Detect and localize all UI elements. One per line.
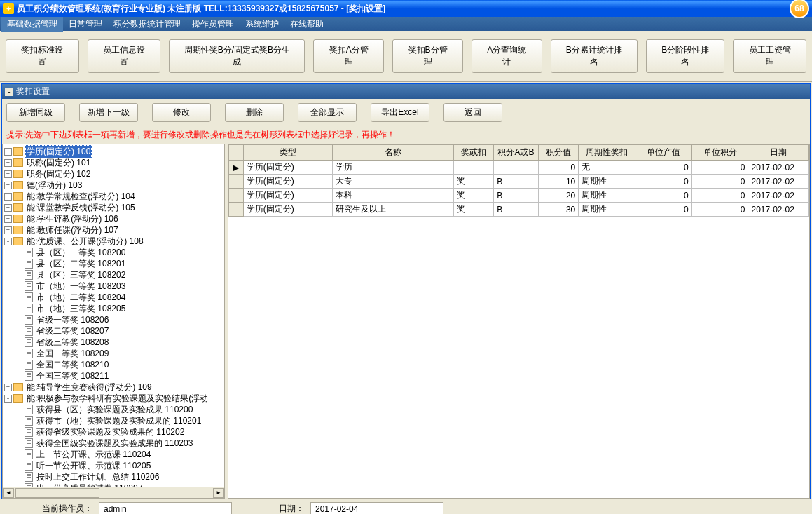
badge-count: 68: [790, 0, 809, 18]
status-date: 2017-02-04: [310, 502, 443, 515]
tree-node[interactable]: +德(浮动分) 103: [4, 180, 223, 191]
btn-periodic-gen[interactable]: 周期性奖B分/固定式奖B分生成: [169, 39, 305, 73]
expander-icon[interactable]: +: [4, 182, 12, 189]
tree-node[interactable]: -能:优质课、公开课(浮动分) 108: [4, 236, 223, 247]
btn-employee-info[interactable]: 员工信息设置: [88, 39, 161, 73]
menu-help[interactable]: 在线帮助: [284, 17, 329, 32]
scroll-left-icon[interactable]: ◄: [3, 488, 14, 498]
expander-icon[interactable]: +: [4, 148, 12, 156]
tree-node[interactable]: 县（区）二等奖 108201: [4, 258, 223, 269]
tree-node[interactable]: 获得全国级实验课题及实验成果的 110203: [4, 438, 223, 449]
btn-a-query[interactable]: A分查询统计: [472, 39, 542, 73]
expander-icon[interactable]: +: [4, 204, 12, 212]
expander-icon[interactable]: -: [4, 395, 12, 403]
col-jok[interactable]: 奖或扣: [453, 145, 494, 161]
tree-node[interactable]: 县（区）一等奖 108200: [4, 247, 223, 258]
btn-salary[interactable]: 员工工资管理: [733, 39, 806, 73]
minimize-icon[interactable]: -: [5, 88, 13, 96]
cell-period: 周期性: [579, 175, 635, 189]
tree-node[interactable]: 获得省级实验课题及实验成果的 110202: [4, 426, 223, 438]
statusbar: 当前操作员： admin 日期： 2017-02-04: [0, 501, 812, 514]
tree-node[interactable]: 全国二等奖 108210: [4, 359, 223, 370]
btn-show-all[interactable]: 全部显示: [298, 103, 357, 122]
menu-basic-data[interactable]: 基础数据管理: [1, 17, 63, 32]
tree-node[interactable]: -能:积极参与教学科研有实验课题及实验结果(浮动: [4, 393, 223, 404]
row-marker: [229, 175, 244, 189]
btn-edit[interactable]: 修改: [152, 103, 211, 122]
btn-export-excel[interactable]: 导出Excel: [371, 103, 429, 122]
tree-node[interactable]: 县（区）三等奖 108202: [4, 269, 223, 280]
tree-hscrollbar[interactable]: ◄ ►: [3, 487, 224, 498]
document-icon: [25, 472, 33, 482]
col-ab[interactable]: 积分A或B: [494, 145, 538, 161]
btn-delete[interactable]: 删除: [225, 103, 284, 122]
btn-b-score[interactable]: 奖扣B分管理: [392, 39, 463, 73]
tree-node[interactable]: 省级三等奖 108208: [4, 337, 223, 348]
tree-label: 听一节公开课、示范课 110205: [35, 460, 152, 472]
expander-icon[interactable]: +: [4, 159, 12, 167]
tree-node[interactable]: +职务(固定分) 102: [4, 168, 223, 180]
folder-icon: [13, 158, 23, 167]
btn-return[interactable]: 返回: [443, 103, 502, 122]
btn-b-rank[interactable]: B分累计统计排名: [551, 39, 638, 73]
btn-add-sibling[interactable]: 新增同级: [6, 103, 65, 122]
expander-icon[interactable]: +: [4, 226, 12, 234]
table-row[interactable]: ▶学历(固定分)学历0无002017-02-02: [229, 161, 809, 175]
expander-icon[interactable]: -: [4, 238, 12, 245]
tree-label: 省级二等奖 108207: [35, 325, 110, 337]
col-type[interactable]: 类型: [243, 145, 332, 161]
document-icon: [25, 259, 33, 269]
col-name[interactable]: 名称: [332, 145, 453, 161]
menu-operator[interactable]: 操作员管理: [186, 17, 240, 32]
child-window-header: - 奖扣设置: [2, 84, 810, 99]
tree-node[interactable]: +能:教师任课(浮动分) 107: [4, 224, 223, 236]
menu-daily[interactable]: 日常管理: [63, 17, 108, 32]
expander-icon[interactable]: +: [4, 384, 12, 391]
expander-icon[interactable]: +: [4, 215, 12, 223]
tree-node[interactable]: 市（地）三等奖 108205: [4, 303, 223, 314]
expander-icon[interactable]: +: [4, 193, 12, 201]
tree-node[interactable]: +能:课堂教学反馈(浮动分) 105: [4, 202, 223, 213]
table-row[interactable]: 学历(固定分)大专奖B10周期性002017-02-02: [229, 175, 809, 189]
folder-icon: [13, 181, 23, 189]
document-icon: [25, 349, 33, 358]
tree-node[interactable]: +学历(固定分) 100: [4, 146, 223, 157]
col-val[interactable]: 积分值: [538, 145, 579, 161]
menu-stats[interactable]: 积分数据统计管理: [108, 17, 186, 32]
tree-node[interactable]: 听一节公开课、示范课 110205: [4, 460, 223, 471]
tree-node[interactable]: 市（地）一等奖 108203: [4, 280, 223, 292]
btn-add-child[interactable]: 新增下一级: [79, 103, 138, 122]
document-icon: [25, 405, 33, 414]
window-title: 员工积分绩效管理系统(教育行业专业版) 未注册版 TELL:1333593932…: [17, 3, 790, 15]
tree-node[interactable]: +能:学生评教(浮动分) 106: [4, 213, 223, 224]
col-period[interactable]: 周期性奖扣: [579, 145, 635, 161]
tree-node[interactable]: +能:辅导学生竟赛获得(浮动分) 109: [4, 381, 223, 393]
tree-node[interactable]: 全国一等奖 108209: [4, 348, 223, 359]
btn-b-stage[interactable]: B分阶段性排名: [646, 39, 724, 73]
tree-node[interactable]: 获得县（区）实验课题及实验成果 110200: [4, 404, 223, 415]
tree-node[interactable]: 按时上交工作计划、总结 110206: [4, 471, 223, 482]
tree-node[interactable]: 全国三等奖 108211: [4, 370, 223, 381]
table-row[interactable]: 学历(固定分)本科奖B20周期性002017-02-02: [229, 189, 809, 203]
menu-system[interactable]: 系统维护: [240, 17, 284, 32]
tree-node[interactable]: +能:教学常规检查(浮动分) 104: [4, 191, 223, 202]
tree-node[interactable]: 获得市（地）实验课题及实验成果的 110201: [4, 415, 223, 426]
cell-date: 2017-02-02: [748, 175, 809, 189]
col-cz[interactable]: 单位产值: [635, 145, 692, 161]
tree-node[interactable]: 市（地）二等奖 108204: [4, 292, 223, 303]
scroll-thumb[interactable]: [15, 488, 99, 498]
col-jf[interactable]: 单位积分: [691, 145, 748, 161]
expander-icon[interactable]: +: [4, 170, 12, 178]
tree-node[interactable]: +职称(固定分) 101: [4, 157, 223, 168]
scroll-right-icon[interactable]: ►: [213, 488, 224, 498]
tree-panel[interactable]: +学历(固定分) 100+职称(固定分) 101+职务(固定分) 102+德(浮…: [2, 144, 225, 499]
tree-node[interactable]: 省级一等奖 108206: [4, 314, 223, 325]
col-date[interactable]: 日期: [748, 145, 809, 161]
btn-a-score[interactable]: 奖扣A分管理: [313, 39, 384, 73]
tree-node[interactable]: 省级二等奖 108207: [4, 325, 223, 337]
tree-node[interactable]: 上一节公开课、示范课 110204: [4, 449, 223, 460]
btn-reward-standard[interactable]: 奖扣标准设置: [6, 39, 79, 73]
cell-type: 学历(固定分): [243, 189, 332, 203]
table-row[interactable]: 学历(固定分)研究生及以上奖B30周期性002017-02-02: [229, 203, 809, 217]
folder-icon: [13, 237, 23, 245]
